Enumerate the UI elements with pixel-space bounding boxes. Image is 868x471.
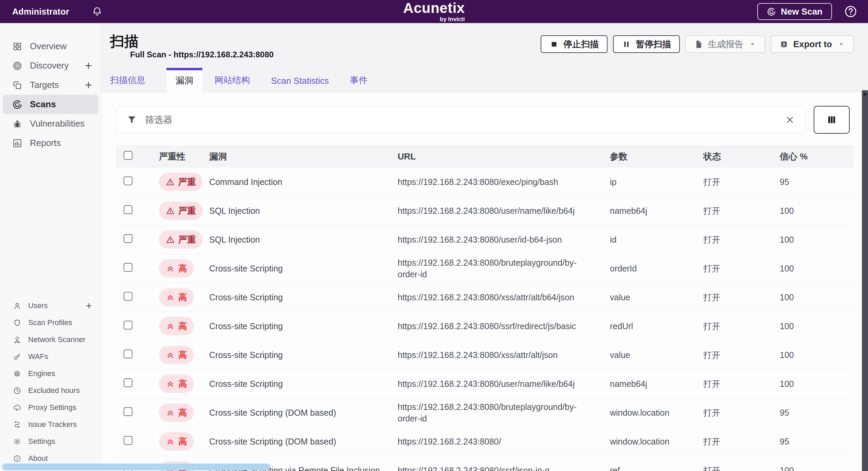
status-value: 打开 <box>694 234 771 245</box>
user-menu[interactable]: Administrator <box>12 7 69 17</box>
vulnerability-url: https://192.168.2.243:8080/exec/ping/bas… <box>389 176 601 188</box>
sidebar-item-proxy-settings[interactable]: Proxy Settings <box>0 399 101 416</box>
row-checkbox[interactable] <box>124 292 132 301</box>
row-checkbox[interactable] <box>124 234 132 243</box>
tab-[interactable]: 事件 <box>350 74 368 92</box>
sidebar-item-scans[interactable]: Scans <box>3 95 98 114</box>
sidebar-item-network-scanner[interactable]: Network Scanner <box>0 331 101 348</box>
severity-badge: 高 <box>159 259 194 278</box>
help-icon[interactable] <box>844 4 858 19</box>
tab-[interactable]: 扫描信息 <box>110 74 145 92</box>
spiral-icon <box>12 99 22 110</box>
topbar: Administrator Acunetix by Invicti New Sc… <box>0 0 868 23</box>
vertical-scrollbar[interactable] <box>862 90 868 471</box>
tab-scan-statistics[interactable]: Scan Statistics <box>271 76 329 92</box>
info-icon <box>13 454 21 463</box>
severity-badge: 高 <box>159 403 194 422</box>
row-checkbox[interactable] <box>124 436 132 445</box>
severity-label: 高 <box>178 291 187 303</box>
export-to-button[interactable]: Export to <box>771 35 854 53</box>
confidence-value: 100 <box>771 206 854 216</box>
tabs: 扫描信息漏洞网站结构Scan Statistics事件 <box>101 68 868 92</box>
stop-scan-button[interactable]: 停止扫描 <box>541 35 608 53</box>
main-panel: 扫描 Full Scan - https://192.168.2.243:808… <box>101 23 868 471</box>
grid-icon <box>12 41 22 52</box>
scroll-up-arrow-icon[interactable] <box>863 93 867 95</box>
status-value: 打开 <box>694 321 771 332</box>
row-checkbox[interactable] <box>124 321 132 329</box>
vulnerability-name: Cross-site Scripting <box>200 321 389 331</box>
horizontal-scrollbar-thumb[interactable] <box>2 464 270 470</box>
filter-input[interactable]: 筛选器 <box>116 107 806 133</box>
sidebar-item-vulnerabilities[interactable]: Vulnerabilities <box>3 114 98 133</box>
parameter-value: orderId <box>601 264 694 274</box>
row-checkbox[interactable] <box>124 205 132 214</box>
select-all-checkbox[interactable] <box>124 151 132 160</box>
sidebar-item-overview[interactable]: Overview <box>3 37 98 56</box>
severity-label: 高 <box>178 320 187 332</box>
row-checkbox[interactable] <box>124 378 132 387</box>
severity-badge: 高 <box>159 432 194 451</box>
table-row[interactable]: 高 Cross-site Scripting https://192.168.2… <box>116 370 854 398</box>
table-row[interactable]: 严重 Command Injection https://192.168.2.2… <box>116 168 854 196</box>
vulnerabilities-table: 严重性 漏洞 URL 参数 状态 信心 % 严重 Command Injecti… <box>116 145 854 471</box>
pause-scan-button[interactable]: 暂停扫描 <box>613 35 680 53</box>
plus-icon[interactable]: + <box>86 300 92 311</box>
sidebar-item-users[interactable]: Users + <box>0 297 101 314</box>
sidebar: Overview Discovery + Targets + Scans Vul… <box>0 23 101 471</box>
row-checkbox[interactable] <box>124 176 132 185</box>
sidebar-item-wafs[interactable]: WAFs <box>0 348 101 365</box>
confidence-value: 95 <box>771 408 854 418</box>
bell-icon[interactable] <box>91 5 103 18</box>
table-row[interactable]: 高 Cross-site Scripting (DOM based) https… <box>116 398 854 427</box>
parameter-value: value <box>601 350 694 360</box>
row-checkbox[interactable] <box>124 407 132 416</box>
sidebar-item-settings[interactable]: Settings <box>0 433 101 450</box>
column-settings-button[interactable] <box>814 106 850 134</box>
sidebar-item-reports[interactable]: Reports <box>3 133 98 153</box>
parameter-value: id <box>601 235 694 245</box>
generate-report-button[interactable]: 生成报告 <box>685 35 765 53</box>
vulnerability-name: Cross-site Scripting <box>200 350 389 360</box>
sidebar-item-discovery[interactable]: Discovery + <box>3 56 98 75</box>
table-row[interactable]: 高 Cross-site Scripting https://192.168.2… <box>116 254 854 283</box>
new-scan-button[interactable]: New Scan <box>757 3 832 20</box>
columns-icon <box>826 114 837 126</box>
sidebar-item-targets[interactable]: Targets + <box>3 75 98 95</box>
vulnerability-name: Cross-site Scripting (DOM based) <box>200 437 389 447</box>
plus-icon[interactable]: + <box>85 60 92 72</box>
close-icon[interactable] <box>785 115 795 125</box>
table-row[interactable]: 高 Cross-site Scripting (DOM based) https… <box>116 427 854 456</box>
row-checkbox[interactable] <box>124 263 132 272</box>
severity-badge: 高 <box>159 317 194 335</box>
table-row[interactable]: 高 Cross-site Scripting https://192.168.2… <box>116 341 854 370</box>
scan-target-subtitle: Full Scan - https://192.168.2.243:8080 <box>130 50 274 60</box>
vulnerability-name: Cross-site Scripting <box>200 293 389 302</box>
table-row[interactable]: 严重 SQL Injection https://192.168.2.243:8… <box>116 196 854 225</box>
chevrons-up-icon <box>166 379 175 389</box>
table-row[interactable]: 高 Cross-site Scripting https://192.168.2… <box>116 312 854 341</box>
sidebar-item-engines[interactable]: Engines <box>0 365 101 382</box>
sidebar-item-excluded-hours[interactable]: Excluded hours <box>0 382 101 399</box>
vulnerability-url: https://192.168.2.243:8080/user/name/lik… <box>389 205 601 217</box>
status-value: 打开 <box>694 176 771 188</box>
tab-[interactable]: 网站结构 <box>215 74 250 92</box>
col-url: URL <box>389 151 601 162</box>
row-checkbox[interactable] <box>124 350 132 358</box>
sidebar-item-scan-profiles[interactable]: Scan Profiles <box>0 314 101 331</box>
status-value: 打开 <box>694 263 771 274</box>
sidebar-item-issue-trackers[interactable]: Issue Trackers <box>0 416 101 433</box>
confidence-value: 100 <box>771 466 854 471</box>
chevrons-up-icon <box>166 264 175 273</box>
vulnerability-name: SQL Injection <box>200 206 389 216</box>
table-row[interactable]: 高 Cross-site Scripting https://192.168.2… <box>116 283 854 312</box>
tab-[interactable]: 漏洞 <box>166 68 202 92</box>
plus-icon[interactable]: + <box>85 79 92 91</box>
confidence-value: 100 <box>771 379 854 389</box>
col-confidence: 信心 % <box>771 151 854 163</box>
key-icon <box>13 353 21 361</box>
gear-icon <box>13 437 21 446</box>
caret-down-icon <box>837 40 845 48</box>
confidence-value: 100 <box>771 264 854 274</box>
table-row[interactable]: 严重 SQL Injection https://192.168.2.243:8… <box>116 225 854 254</box>
